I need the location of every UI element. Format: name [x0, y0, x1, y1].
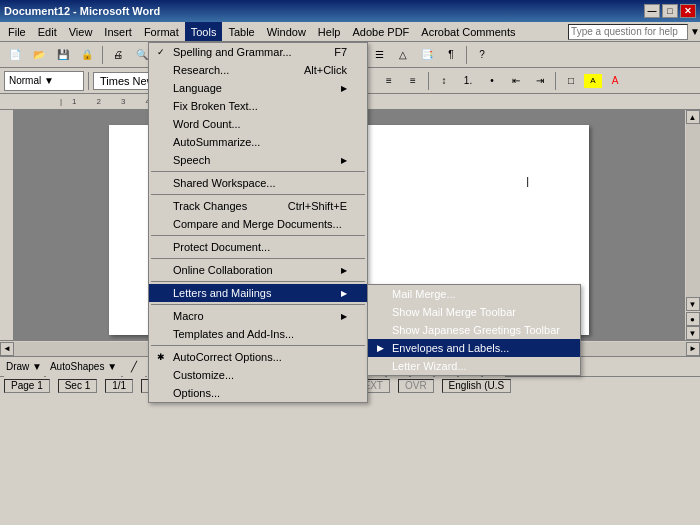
- letters-submenu: Mail Merge... Show Mail Merge Toolbar Sh…: [367, 284, 581, 376]
- letters-envelopeslabels[interactable]: ▶ Envelopes and Labels...: [368, 339, 580, 357]
- sep-tools-2: [151, 194, 365, 195]
- tools-lettersandmailings[interactable]: Letters and Mailings Mail Merge... Show …: [149, 284, 367, 302]
- permission-btn[interactable]: 🔒: [76, 45, 98, 65]
- tools-language[interactable]: Language: [149, 79, 367, 97]
- bullets-btn[interactable]: •: [481, 71, 503, 91]
- tools-research[interactable]: Research... Alt+Click: [149, 61, 367, 79]
- menu-help[interactable]: Help: [312, 22, 347, 41]
- close-button[interactable]: ✕: [680, 4, 696, 18]
- linespacing-btn[interactable]: ↕: [433, 71, 455, 91]
- showformatting-btn[interactable]: ¶: [440, 45, 462, 65]
- sep-tools-4: [151, 258, 365, 259]
- browse-next-btn[interactable]: ▼: [686, 326, 700, 340]
- scroll-down-btn[interactable]: ▼: [686, 297, 700, 311]
- menu-window[interactable]: Window: [261, 22, 312, 41]
- sep-tools-6: [151, 304, 365, 305]
- sep11: [555, 72, 556, 90]
- title-text: Document12 - Microsoft Word: [4, 5, 160, 17]
- sep-tools-5: [151, 281, 365, 282]
- scroll-track-v[interactable]: [686, 124, 700, 297]
- menu-acrobatcomments[interactable]: Acrobat Comments: [415, 22, 521, 41]
- tools-autosummarize[interactable]: AutoSummarize...: [149, 133, 367, 151]
- sep6: [88, 72, 89, 90]
- select-browse-btn[interactable]: ●: [686, 312, 700, 326]
- print-btn[interactable]: 🖨: [107, 45, 129, 65]
- menu-insert[interactable]: Insert: [98, 22, 138, 41]
- new-btn[interactable]: 📄: [4, 45, 26, 65]
- sep-tools-3: [151, 235, 365, 236]
- draw-dropdown[interactable]: Draw ▼: [4, 357, 44, 377]
- spelling-icon: ✓: [153, 44, 169, 60]
- tools-protectdoc[interactable]: Protect Document...: [149, 238, 367, 256]
- highlight-btn[interactable]: A: [584, 74, 602, 88]
- columns-btn[interactable]: ☰: [368, 45, 390, 65]
- increaseindent-btn[interactable]: ⇥: [529, 71, 551, 91]
- right-scrollbar: ▲ ▼ ● ▼: [684, 110, 700, 340]
- status-page: Page 1: [4, 379, 50, 393]
- tools-spelling[interactable]: ✓ Spelling and Grammar... F7: [149, 43, 367, 61]
- justify-btn[interactable]: ≡: [402, 71, 424, 91]
- scroll-left-btn[interactable]: ◄: [0, 342, 14, 356]
- sep-tools-1: [151, 171, 365, 172]
- tools-onlinecollaboration[interactable]: Online Collaboration: [149, 261, 367, 279]
- docmap-btn[interactable]: 📑: [416, 45, 438, 65]
- sep5: [466, 46, 467, 64]
- tools-fixbrokentext[interactable]: Fix Broken Text...: [149, 97, 367, 115]
- tools-customize[interactable]: Customize...: [149, 366, 367, 384]
- letters-letterwizard[interactable]: Letter Wizard...: [368, 357, 580, 375]
- style-dropdown[interactable]: Normal ▼: [4, 71, 84, 91]
- scroll-right-btn[interactable]: ►: [686, 342, 700, 356]
- letters-mailmerge[interactable]: Mail Merge...: [368, 285, 580, 303]
- status-ovr: OVR: [398, 379, 434, 393]
- sep10: [428, 72, 429, 90]
- tools-trackchanges[interactable]: Track Changes Ctrl+Shift+E: [149, 197, 367, 215]
- envelopes-icon: ▶: [372, 340, 388, 356]
- tools-speech[interactable]: Speech: [149, 151, 367, 169]
- status-language: English (U.S: [442, 379, 512, 393]
- help-input[interactable]: [568, 24, 688, 40]
- help-box: ▼: [568, 22, 700, 41]
- menu-edit[interactable]: Edit: [32, 22, 63, 41]
- open-btn[interactable]: 📂: [28, 45, 50, 65]
- menu-format[interactable]: Format: [138, 22, 185, 41]
- numbering-btn[interactable]: 1.: [457, 71, 479, 91]
- outside-border-btn[interactable]: □: [560, 71, 582, 91]
- tools-macro[interactable]: Macro: [149, 307, 367, 325]
- help-btn[interactable]: ?: [471, 45, 493, 65]
- menu-view[interactable]: View: [63, 22, 99, 41]
- autocorrect-icon: ✱: [153, 349, 169, 365]
- tools-comparemerge[interactable]: Compare and Merge Documents...: [149, 215, 367, 233]
- line-tool[interactable]: ╱: [123, 357, 145, 377]
- menu-adobepdf[interactable]: Adobe PDF: [346, 22, 415, 41]
- status-pageof: 1/1: [105, 379, 133, 393]
- tools-dropdown: ✓ Spelling and Grammar... F7 Research...…: [148, 42, 368, 403]
- letters-showmailmergetoolbar[interactable]: Show Mail Merge Toolbar: [368, 303, 580, 321]
- title-bar: Document12 - Microsoft Word — □ ✕: [0, 0, 700, 22]
- cursor-position: |: [526, 175, 529, 187]
- tools-wordcount[interactable]: Word Count...: [149, 115, 367, 133]
- minimize-button[interactable]: —: [644, 4, 660, 18]
- fontcolor-btn[interactable]: A: [604, 71, 626, 91]
- maximize-button[interactable]: □: [662, 4, 678, 18]
- decreaseindent-btn[interactable]: ⇤: [505, 71, 527, 91]
- tools-sharedworkspace[interactable]: Shared Workspace...: [149, 174, 367, 192]
- tools-templatesaddins[interactable]: Templates and Add-Ins...: [149, 325, 367, 343]
- sep-tools-7: [151, 345, 365, 346]
- tools-menu: ✓ Spelling and Grammar... F7 Research...…: [148, 42, 368, 403]
- tools-autocorrectoptions[interactable]: ✱ AutoCorrect Options...: [149, 348, 367, 366]
- autoshapes-dropdown[interactable]: AutoShapes ▼: [46, 357, 121, 377]
- sep1: [102, 46, 103, 64]
- left-ruler: [0, 110, 14, 340]
- menu-bar: File Edit View Insert Format Tools Table…: [0, 22, 700, 42]
- alignright-btn[interactable]: ≡: [378, 71, 400, 91]
- menu-tools[interactable]: Tools: [185, 22, 223, 41]
- menu-file[interactable]: File: [2, 22, 32, 41]
- scroll-up-btn[interactable]: ▲: [686, 110, 700, 124]
- menu-table[interactable]: Table: [222, 22, 260, 41]
- title-bar-controls: — □ ✕: [644, 4, 696, 18]
- tools-options[interactable]: Options...: [149, 384, 367, 402]
- save-btn[interactable]: 💾: [52, 45, 74, 65]
- drawing-btn[interactable]: △: [392, 45, 414, 65]
- letters-showjapanesegreetings[interactable]: Show Japanese Greetings Toolbar: [368, 321, 580, 339]
- status-sec: Sec 1: [58, 379, 98, 393]
